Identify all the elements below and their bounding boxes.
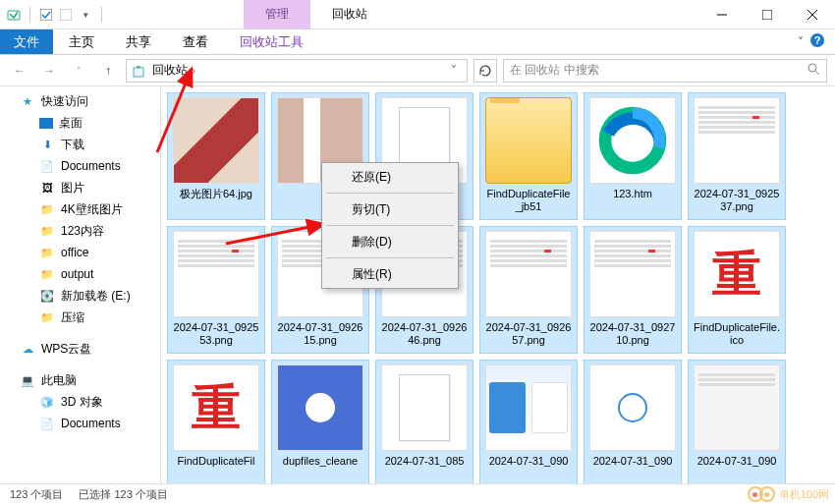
refresh-button[interactable] bbox=[473, 59, 497, 83]
file-label: 2024-07-31_090 bbox=[593, 455, 673, 468]
qat-checkbox-empty[interactable] bbox=[58, 7, 74, 23]
watermark: 单机100网 bbox=[752, 486, 829, 502]
file-label: 2024-07-31_092657.png bbox=[484, 321, 573, 347]
file-label: 2024-07-31_090 bbox=[489, 455, 569, 468]
file-item[interactable]: 重FindDuplicateFile.ico bbox=[688, 226, 786, 354]
ctx-separator bbox=[326, 257, 454, 258]
file-item[interactable]: 2024-07-31_092710.png bbox=[584, 226, 682, 354]
3d-icon: 🧊 bbox=[39, 394, 55, 410]
thumbnail bbox=[694, 97, 780, 184]
ribbon-view-tab[interactable]: 查看 bbox=[167, 29, 224, 54]
desktop-icon bbox=[39, 118, 53, 129]
qat-checkbox-checked[interactable] bbox=[38, 7, 54, 23]
sidebar-3d-objects[interactable]: 🧊3D 对象 bbox=[0, 391, 160, 413]
file-label: 2024-07-31_092710.png bbox=[588, 321, 677, 347]
ribbon-recycle-tools-tab[interactable]: 回收站工具 bbox=[224, 29, 319, 54]
file-label: 2024-07-31_092615.png bbox=[276, 321, 364, 347]
ribbon: 文件 主页 共享 查看 回收站工具 ˅ ? bbox=[0, 29, 835, 55]
sidebar-new-volume[interactable]: 💽新加载卷 (E:) bbox=[0, 285, 160, 307]
sidebar-documents[interactable]: 📄Documents bbox=[0, 155, 160, 177]
items-view[interactable]: 极光图片64.jpguplica _v2.0FindDuplicateFile_… bbox=[161, 86, 835, 483]
search-input[interactable]: 在 回收站 中搜索 bbox=[503, 59, 827, 83]
sidebar-this-pc[interactable]: 💻此电脑 bbox=[0, 369, 160, 391]
thumbnail bbox=[589, 364, 676, 451]
svg-text:?: ? bbox=[814, 34, 821, 46]
nav-back-button[interactable]: ← bbox=[8, 59, 31, 83]
ctx-separator bbox=[326, 225, 454, 226]
ribbon-expand-icon[interactable]: ˅ bbox=[798, 35, 804, 49]
file-item[interactable]: 2024-07-31_092657.png bbox=[479, 226, 578, 354]
file-label: 2024-07-31_092646.png bbox=[380, 321, 469, 347]
ribbon-file-tab[interactable]: 文件 bbox=[0, 29, 53, 54]
file-label: 极光图片64.jpg bbox=[180, 188, 252, 200]
file-label: 123.htm bbox=[613, 188, 652, 200]
thumbnail bbox=[589, 97, 676, 184]
ribbon-share-tab[interactable]: 共享 bbox=[110, 29, 167, 54]
minimize-button[interactable] bbox=[699, 0, 745, 29]
file-label: FindDuplicateFile.ico bbox=[693, 321, 781, 347]
ctx-separator bbox=[326, 193, 454, 194]
document-icon: 📄 bbox=[39, 416, 55, 431]
svg-line-13 bbox=[157, 69, 192, 152]
app-icon bbox=[6, 7, 22, 23]
sidebar-wps-cloud[interactable]: ☁WPS云盘 bbox=[0, 338, 160, 360]
sidebar-4k-wallpaper[interactable]: 📁4K壁纸图片 bbox=[0, 198, 160, 220]
file-label: 2024-07-31_085 bbox=[385, 455, 465, 468]
recycle-bin-icon bbox=[131, 63, 146, 79]
ctx-delete[interactable]: 删除(D) bbox=[322, 228, 458, 255]
svg-rect-2 bbox=[60, 9, 72, 21]
address-dropdown-icon[interactable]: ˅ bbox=[445, 64, 463, 78]
sidebar-office[interactable]: 📁office bbox=[0, 242, 160, 263]
pc-icon: 💻 bbox=[20, 372, 35, 388]
ctx-cut[interactable]: 剪切(T) bbox=[322, 196, 458, 223]
ribbon-home-tab[interactable]: 主页 bbox=[53, 29, 110, 54]
window-title: 回收站 bbox=[310, 0, 389, 29]
drive-icon: 💽 bbox=[39, 288, 55, 304]
file-item[interactable]: dupfiles_cleane bbox=[271, 360, 369, 483]
quick-access-toolbar: ▾ bbox=[0, 7, 106, 23]
nav-up-button[interactable]: ↑ bbox=[96, 59, 120, 83]
thumbnail bbox=[485, 231, 572, 317]
svg-rect-9 bbox=[134, 68, 143, 77]
sidebar-output[interactable]: 📁output bbox=[0, 263, 160, 285]
cloud-icon: ☁ bbox=[20, 341, 35, 357]
sidebar-pictures[interactable]: 🖼图片 bbox=[0, 177, 160, 198]
thumbnail: 重 bbox=[694, 231, 780, 317]
file-item[interactable]: 2024-07-31_090 bbox=[688, 360, 786, 483]
file-item[interactable]: 2024-07-31_085 bbox=[375, 360, 473, 483]
svg-rect-1 bbox=[40, 9, 52, 21]
sidebar-documents-2[interactable]: 📄Documents bbox=[0, 413, 160, 434]
file-label: dupfiles_cleane bbox=[283, 455, 358, 468]
context-menu: 还原(E) 剪切(T) 删除(D) 属性(R) bbox=[321, 162, 459, 289]
folder-icon: 📁 bbox=[39, 266, 55, 282]
sidebar-quick-access[interactable]: ★ 快速访问 bbox=[0, 90, 160, 112]
sidebar-desktop[interactable]: 桌面 bbox=[0, 112, 160, 134]
file-item[interactable]: 2024-07-31_090 bbox=[584, 360, 682, 483]
maximize-button[interactable] bbox=[745, 0, 790, 29]
sidebar-downloads[interactable]: ⬇下载 bbox=[0, 134, 160, 155]
folder-icon: 📁 bbox=[39, 309, 55, 325]
ctx-restore[interactable]: 还原(E) bbox=[322, 163, 458, 191]
file-label: 2024-07-31_092553.png bbox=[172, 321, 260, 347]
close-button[interactable] bbox=[790, 0, 835, 29]
file-item[interactable]: 123.htm bbox=[584, 92, 682, 220]
search-placeholder: 在 回收站 中搜索 bbox=[510, 62, 599, 79]
thumbnail bbox=[485, 364, 572, 451]
ctx-properties[interactable]: 属性(R) bbox=[322, 260, 458, 288]
search-icon[interactable] bbox=[807, 62, 820, 79]
nav-recent-dropdown[interactable]: ˅ bbox=[67, 59, 90, 83]
thumbnail bbox=[589, 231, 676, 317]
svg-rect-4 bbox=[762, 10, 772, 20]
help-icon[interactable]: ? bbox=[809, 32, 825, 51]
file-item[interactable]: 2024-07-31_092537.png bbox=[688, 92, 786, 220]
status-selected-count: 已选择 123 个项目 bbox=[79, 487, 167, 502]
file-item[interactable]: 重FindDuplicateFil bbox=[167, 360, 265, 483]
file-item[interactable]: FindDuplicateFile_jb51 bbox=[479, 92, 578, 220]
file-item[interactable]: 2024-07-31_090 bbox=[479, 360, 578, 483]
folder-icon: 📁 bbox=[39, 245, 55, 260]
qat-dropdown-icon[interactable]: ▾ bbox=[78, 7, 93, 23]
sidebar-123[interactable]: 📁123内容 bbox=[0, 220, 160, 242]
sidebar-compressed[interactable]: 📁压缩 bbox=[0, 307, 160, 328]
status-bar: 123 个项目 已选择 123 个项目 bbox=[0, 483, 835, 504]
navigation-pane[interactable]: ★ 快速访问 桌面 ⬇下载 📄Documents 🖼图片 📁4K壁纸图片 📁12… bbox=[0, 86, 161, 483]
